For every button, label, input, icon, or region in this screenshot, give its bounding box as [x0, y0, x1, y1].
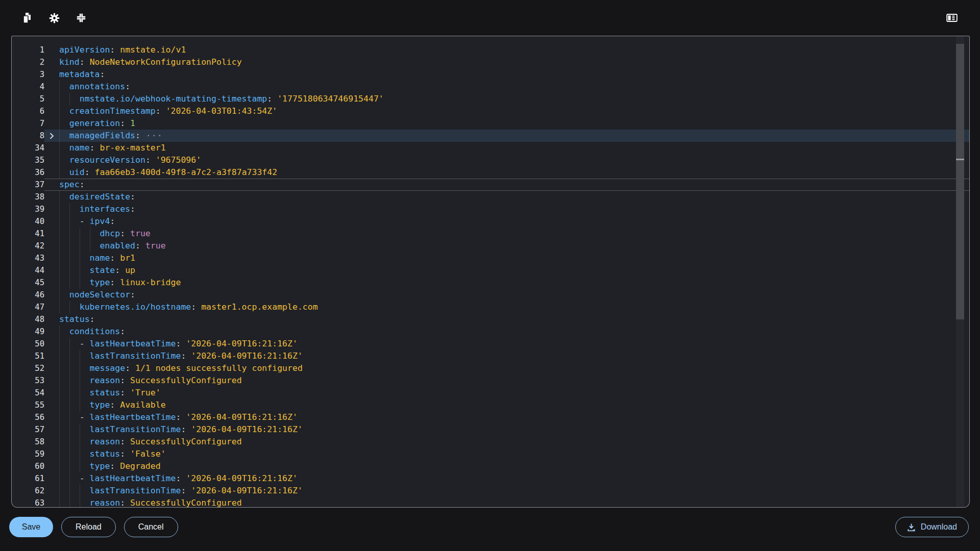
editor-line[interactable]: 50- lastHeartbeatTime: '2026-04-09T16:21… — [12, 338, 969, 350]
indent-guide — [69, 448, 80, 460]
editor-line[interactable]: 34name: br-ex-master1 — [12, 142, 969, 154]
sidebar-icon — [946, 13, 958, 23]
code-token: metadata — [59, 68, 100, 81]
line-number: 57 — [12, 423, 44, 436]
sidebar-toggle-button[interactable] — [946, 12, 958, 23]
editor-line[interactable]: 36uid: faa66eb3-400d-49f8-a7c2-a3f87a733… — [12, 166, 969, 179]
fold-toggle-icon[interactable] — [44, 130, 59, 142]
indent-guide — [90, 228, 100, 240]
editor-line[interactable]: 46nodeSelector: — [12, 289, 969, 301]
fold-gutter — [44, 81, 59, 93]
code-token: - — [80, 215, 90, 228]
indent-guide — [59, 497, 69, 508]
editor-line[interactable]: 1apiVersion: nmstate.io/v1 — [12, 44, 969, 56]
save-button[interactable]: Save — [9, 517, 53, 537]
code-token: lastTransitionTime — [90, 350, 181, 362]
fold-gutter — [44, 203, 59, 215]
code-token: : — [120, 448, 130, 460]
code-token: : — [110, 399, 120, 411]
editor-line[interactable]: 42enabled: true — [12, 240, 969, 252]
indent-guide — [69, 411, 80, 423]
cancel-button[interactable]: Cancel — [124, 517, 178, 537]
indent-guide — [69, 374, 80, 387]
editor-line[interactable]: 40- ipv4: — [12, 215, 969, 228]
editor-line[interactable]: 52message: 1/1 nodes successfully config… — [12, 362, 969, 374]
copy-button[interactable] — [21, 12, 33, 23]
editor-line[interactable]: 39interfaces: — [12, 203, 969, 215]
editor-line[interactable]: 5nmstate.io/webhook-mutating-timestamp: … — [12, 93, 969, 105]
code-token: nmstate.io/v1 — [120, 44, 186, 56]
editor-line[interactable]: 62lastTransitionTime: '2026-04-09T16:21:… — [12, 485, 969, 497]
line-number: 55 — [12, 399, 44, 411]
editor-line[interactable]: 4annotations: — [12, 81, 969, 93]
editor-line[interactable]: 59status: 'False' — [12, 448, 969, 460]
code-token: - — [80, 472, 90, 485]
download-button[interactable]: Download — [895, 517, 969, 537]
editor-line[interactable]: 61- lastHeartbeatTime: '2026-04-09T16:21… — [12, 472, 969, 485]
editor-line[interactable]: 43name: br1 — [12, 252, 969, 264]
line-content: lastTransitionTime: '2026-04-09T16:21:16… — [44, 485, 969, 497]
fold-gutter — [44, 105, 59, 117]
editor-line[interactable]: 48status: — [12, 313, 969, 325]
editor-line[interactable]: 60type: Degraded — [12, 460, 969, 472]
code-token: : — [90, 142, 100, 154]
editor-line[interactable]: 2kind: NodeNetworkConfigurationPolicy — [12, 56, 969, 68]
editor-line[interactable]: 7generation: 1 — [12, 117, 969, 130]
editor-line[interactable]: 37spec: — [12, 179, 969, 191]
editor-line[interactable]: 38desiredState: — [12, 191, 969, 203]
indent-guide — [59, 374, 69, 387]
indent-guide — [80, 497, 90, 508]
indent-guide — [59, 411, 69, 423]
editor-line[interactable]: 35resourceVersion: '9675096' — [12, 154, 969, 166]
fold-gutter — [44, 289, 59, 301]
reload-button[interactable]: Reload — [61, 517, 116, 537]
compress-button[interactable] — [76, 12, 87, 23]
line-number: 63 — [12, 497, 44, 508]
code-token: '2026-04-09T16:21:16Z' — [191, 485, 303, 497]
scrollbar-thumb[interactable] — [956, 44, 964, 319]
editor-line[interactable]: 49conditions: — [12, 325, 969, 338]
compress-icon — [76, 13, 86, 23]
code-token: : — [110, 460, 120, 472]
line-number: 47 — [12, 301, 44, 313]
indent-guide — [59, 117, 69, 130]
editor-line[interactable]: 8managedFields: ··· — [12, 130, 969, 142]
settings-button[interactable] — [48, 12, 60, 23]
line-number: 58 — [12, 436, 44, 448]
editor-line[interactable]: 56- lastHeartbeatTime: '2026-04-09T16:21… — [12, 411, 969, 423]
code-editor[interactable]: 1apiVersion: nmstate.io/v12kind: NodeNet… — [11, 36, 970, 508]
line-number: 56 — [12, 411, 44, 423]
line-number: 4 — [12, 81, 44, 93]
editor-line[interactable]: 45type: linux-bridge — [12, 277, 969, 289]
fold-gutter — [44, 472, 59, 485]
editor-line[interactable]: 58reason: SuccessfullyConfigured — [12, 436, 969, 448]
editor-line[interactable]: 54status: 'True' — [12, 387, 969, 399]
editor-line[interactable]: 53reason: SuccessfullyConfigured — [12, 374, 969, 387]
line-content: type: Degraded — [44, 460, 969, 472]
code-token: : — [135, 130, 140, 142]
code-token: : — [120, 117, 130, 130]
editor-line[interactable]: 55type: Available — [12, 399, 969, 411]
indent-guide — [69, 228, 80, 240]
editor-line[interactable]: 63reason: SuccessfullyConfigured — [12, 497, 969, 508]
code-token: : — [120, 497, 130, 508]
editor-line[interactable]: 6creationTimestamp: '2026-04-03T01:43:54… — [12, 105, 969, 117]
editor-line[interactable]: 3metadata: — [12, 68, 969, 81]
editor-line[interactable]: 41dhcp: true — [12, 228, 969, 240]
editor-line[interactable]: 44state: up — [12, 264, 969, 277]
code-token: creationTimestamp — [69, 105, 156, 117]
indent-guide — [80, 350, 90, 362]
fold-gutter — [44, 252, 59, 264]
editor-line[interactable]: 51lastTransitionTime: '2026-04-09T16:21:… — [12, 350, 969, 362]
indent-guide — [80, 228, 90, 240]
editor-line[interactable]: 57lastTransitionTime: '2026-04-09T16:21:… — [12, 423, 969, 436]
code-token: name — [90, 252, 110, 264]
fold-gutter — [44, 166, 59, 179]
code-token: 'False' — [130, 448, 166, 460]
code-token: : — [135, 240, 145, 252]
editor-line[interactable]: 47kubernetes.io/hostname: master1.ocp.ex… — [12, 301, 969, 313]
code-token: '9675096' — [156, 154, 201, 166]
code-token: kubernetes.io/hostname — [80, 301, 191, 313]
code-token: type — [90, 399, 110, 411]
code-token: lastHeartbeatTime — [90, 338, 176, 350]
